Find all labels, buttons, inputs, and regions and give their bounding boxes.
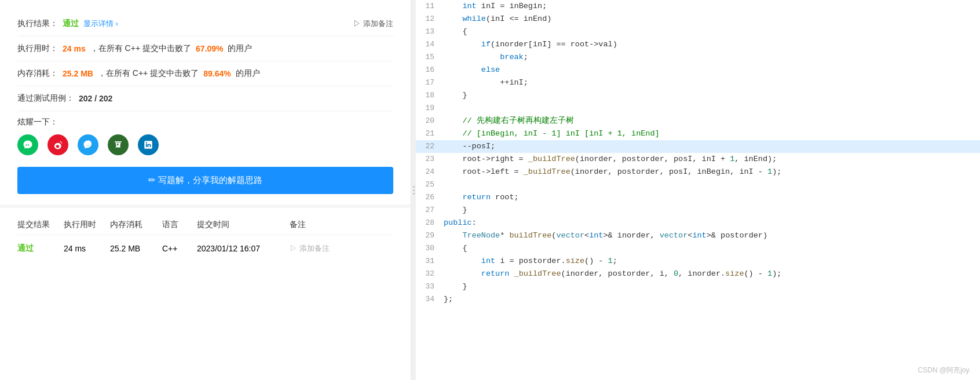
table-header: 提交结果 执行用时 内存消耗 语言 提交时间 备注 [17,213,393,235]
detail-link[interactable]: 显示详情 › [83,19,118,29]
line-content: int i = postorder.size() - 1; [444,255,980,268]
line-number: 16 [416,64,444,76]
linkedin-icon[interactable] [138,134,159,155]
code-line: 13 { [416,25,980,38]
code-line: 20 // 先构建右子树再构建左子树 [416,115,980,127]
test-count: 202 / 202 [79,94,112,103]
line-number: 18 [416,89,444,102]
code-line: 32 return _buildTree(inorder, postorder,… [416,268,980,280]
line-number: 27 [416,204,444,217]
mem-row: 内存消耗： 25.2 MB ，在所有 C++ 提交中击败了 89.64% 的用户 [17,61,393,86]
row-status: 通过 [17,243,64,254]
wechat-icon[interactable] [17,134,38,155]
mem-suffix1: ，在所有 C++ 提交中击败了 [98,68,199,79]
time-suffix1: ，在所有 C++ 提交中击败了 [90,43,191,54]
line-content: root->right = _buildTree(inorder, postor… [444,153,980,166]
line-content: else [444,64,980,76]
code-line: 17 ++inI; [416,76,980,89]
line-content: // 先构建右子树再构建左子树 [444,115,980,127]
line-content: return _buildTree(inorder, postorder, i,… [444,268,980,280]
line-number: 26 [416,191,444,204]
line-number: 32 [416,268,444,280]
code-line: 26 return root; [416,191,980,204]
code-line: 22 --posI; [416,140,980,153]
code-line: 21 // [inBegin, inI - 1] inI [inI + 1, i… [416,127,980,140]
weibo-icon[interactable] [47,134,68,155]
line-content: break; [444,51,980,64]
code-line: 23 root->right = _buildTree(inorder, pos… [416,153,980,166]
code-line: 14 if(inorder[inI] == root->val) [416,38,980,51]
line-number: 12 [416,13,444,25]
share-label: 炫耀一下： [17,117,393,127]
line-content: --posI; [444,140,980,153]
divider-dot [413,193,415,195]
line-number: 13 [416,25,444,38]
row-add-note-button[interactable]: ▷ 添加备注 [290,243,359,254]
code-line: 34}; [416,293,980,306]
table-row: 通过 24 ms 25.2 MB C++ 2023/01/12 16:07 ▷ … [17,235,393,262]
line-content: // [inBegin, inI - 1] inI [inI + 1, inEn… [444,127,980,140]
code-line: 30 { [416,242,980,255]
code-line: 24 root->left = _buildTree(inorder, post… [416,166,980,178]
time-pct: 67.09% [196,44,223,53]
col-time: 执行用时 [64,220,110,230]
col-mem: 内存消耗 [110,220,162,230]
code-line: 18 } [416,89,980,102]
line-number: 30 [416,242,444,255]
time-label: 执行用时： [17,43,58,54]
line-content: return root; [444,191,980,204]
time-suffix2: 的用户 [228,43,252,54]
code-line: 15 break; [416,51,980,64]
line-number: 28 [416,217,444,229]
line-content: ++inI; [444,76,980,89]
code-line: 33 } [416,280,980,293]
line-number: 33 [416,280,444,293]
code-container[interactable]: 11 int inI = inBegin;12 while(inI <= inE… [416,0,980,380]
code-line: 19 [416,102,980,115]
line-number: 31 [416,255,444,268]
code-line: 31 int i = postorder.size() - 1; [416,255,980,268]
divider-dot [413,189,415,191]
row-submit-time: 2023/01/12 16:07 [197,244,290,253]
line-content: TreeNode* buildTree(vector<int>& inorder… [444,229,980,242]
line-content: }; [444,293,980,306]
code-line: 25 [416,178,980,191]
qq-icon[interactable] [78,134,98,155]
watermark: CSDN @阿亮joy. [918,366,971,375]
mem-suffix2: 的用户 [236,68,260,79]
line-number: 24 [416,166,444,178]
line-number: 15 [416,51,444,64]
line-content: int inI = inBegin; [444,0,980,13]
social-icons [17,134,393,155]
col-submit-time: 提交时间 [197,220,290,230]
douban-icon[interactable] [108,134,129,155]
line-number: 14 [416,38,444,51]
add-note-button[interactable]: ▷ 添加备注 [353,19,393,29]
mem-pct: 89.64% [203,69,231,78]
line-number: 29 [416,229,444,242]
result-status: 通过 [63,19,79,29]
code-line: 12 while(inI <= inEnd) [416,13,980,25]
line-content: if(inorder[inI] == root->val) [444,38,980,51]
col-result: 提交结果 [17,220,64,230]
line-number: 25 [416,178,444,191]
write-solution-button[interactable]: ✏ 写题解，分享我的解题思路 [17,167,393,194]
row-mem: 25.2 MB [110,244,162,253]
section-divider [0,204,411,208]
code-line: 29 TreeNode* buildTree(vector<int>& inor… [416,229,980,242]
line-content: { [444,25,980,38]
line-number: 23 [416,153,444,166]
line-number: 19 [416,102,444,115]
code-line: 27 } [416,204,980,217]
time-row: 执行用时： 24 ms ，在所有 C++ 提交中击败了 67.09% 的用户 [17,36,393,61]
line-number: 17 [416,76,444,89]
divider-dot [413,186,415,188]
line-number: 21 [416,127,444,140]
line-number: 20 [416,115,444,127]
col-lang: 语言 [162,220,197,230]
row-time: 24 ms [64,244,110,253]
line-number: 11 [416,0,444,13]
line-content: { [444,242,980,255]
time-value: 24 ms [63,44,86,53]
line-content: } [444,280,980,293]
